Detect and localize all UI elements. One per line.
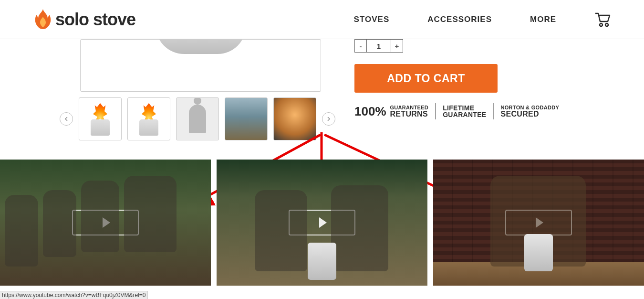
stove-image xyxy=(156,39,246,54)
video-row xyxy=(0,160,644,286)
thumbnail-row xyxy=(60,97,335,140)
gallery-next-button[interactable] xyxy=(322,112,335,126)
cart-icon[interactable] xyxy=(594,12,611,27)
divider xyxy=(493,103,494,119)
svg-point-1 xyxy=(605,23,608,26)
brand-name: solo stove xyxy=(55,10,135,30)
video-thumbnail-2[interactable] xyxy=(217,160,427,286)
thumbnail-5[interactable] xyxy=(273,97,316,140)
quantity-stepper: - + xyxy=(354,39,611,53)
add-to-cart-button[interactable]: ADD TO CART xyxy=(354,64,498,93)
nav-stoves[interactable]: STOVES xyxy=(354,15,390,24)
site-header: solo stove STOVES ACCESSORIES MORE xyxy=(0,0,644,39)
badge-100-percent: 100% xyxy=(354,104,386,119)
nav-accessories[interactable]: ACCESSORIES xyxy=(427,15,492,24)
brand-logo[interactable]: solo stove xyxy=(33,8,135,31)
thumbnail-1[interactable] xyxy=(79,97,122,140)
gallery-prev-button[interactable] xyxy=(60,112,73,126)
thumbnail-2[interactable] xyxy=(127,97,170,140)
video-thumbnail-3[interactable] xyxy=(433,160,644,286)
qty-increment-button[interactable]: + xyxy=(391,39,403,53)
buy-box: - + ADD TO CART 100% GUARANTEED RETURNS … xyxy=(354,39,611,140)
main-product-image[interactable] xyxy=(80,39,321,92)
badge-returns: 100% GUARANTEED RETURNS xyxy=(354,104,428,119)
product-area: - + ADD TO CART 100% GUARANTEED RETURNS … xyxy=(0,39,644,160)
badge-secured: NORTON & GODADDY SECURED xyxy=(501,105,560,118)
divider xyxy=(435,103,436,119)
qty-decrement-button[interactable]: - xyxy=(354,39,367,53)
nav-more[interactable]: MORE xyxy=(530,15,556,24)
gallery xyxy=(33,39,335,140)
quantity-input[interactable] xyxy=(367,39,391,53)
svg-point-0 xyxy=(600,23,602,26)
badge-lifetime: LIFETIME GUARANTEE xyxy=(443,105,486,118)
trust-badges: 100% GUARANTEED RETURNS LIFETIME GUARANT… xyxy=(354,103,611,119)
top-nav: STOVES ACCESSORIES MORE xyxy=(354,12,611,27)
thumbnail-3[interactable] xyxy=(176,97,219,140)
video-thumbnail-1[interactable] xyxy=(0,160,211,286)
thumbnail-4[interactable] xyxy=(225,97,268,140)
flame-icon xyxy=(33,8,52,31)
